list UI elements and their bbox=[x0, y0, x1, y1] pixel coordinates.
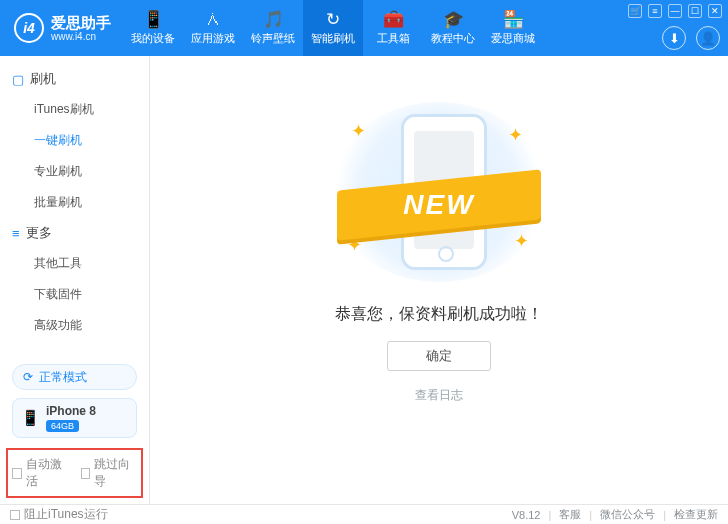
device-icon: 📱 bbox=[21, 409, 40, 427]
success-message: 恭喜您，保资料刷机成功啦！ bbox=[335, 304, 543, 325]
sparkle-icon: ✦ bbox=[508, 124, 523, 146]
nav-icon: 🎵 bbox=[263, 11, 284, 28]
nav-label: 智能刷机 bbox=[311, 31, 355, 46]
titlebar-btn-3[interactable]: ☐ bbox=[688, 4, 702, 18]
ribbon-text: NEW bbox=[337, 180, 541, 230]
titlebar-btn-4[interactable]: ✕ bbox=[708, 4, 722, 18]
nav-icon: 🧰 bbox=[383, 11, 404, 28]
titlebar-controls: 🛒≡—☐✕ bbox=[628, 4, 722, 18]
sidebar-item[interactable]: 批量刷机 bbox=[0, 187, 149, 218]
brand-url: www.i4.cn bbox=[51, 31, 111, 43]
nav-label: 教程中心 bbox=[431, 31, 475, 46]
version-label: V8.12 bbox=[512, 509, 541, 521]
nav-label: 工具箱 bbox=[377, 31, 410, 46]
nav-label: 爱思商城 bbox=[491, 31, 535, 46]
nav-icon: 🏪 bbox=[503, 11, 524, 28]
nav-item-1[interactable]: ⩑应用游戏 bbox=[183, 0, 243, 56]
nav-label: 应用游戏 bbox=[191, 31, 235, 46]
sidebar-group-label: 更多 bbox=[26, 224, 52, 242]
brand-title: 爱思助手 bbox=[51, 14, 111, 31]
sidebar-group-more[interactable]: ≡ 更多 bbox=[0, 218, 149, 248]
block-itunes-checkbox[interactable]: 阻止iTunes运行 bbox=[10, 506, 108, 523]
device-name: iPhone 8 bbox=[46, 404, 96, 418]
status-bar: 阻止iTunes运行 V8.12 | 客服 | 微信公众号 | 检查更新 bbox=[0, 504, 728, 524]
nav-label: 铃声壁纸 bbox=[251, 31, 295, 46]
sidebar-tree: ▢ 刷机 iTunes刷机一键刷机专业刷机批量刷机 ≡ 更多 其他工具下载固件高… bbox=[0, 56, 149, 364]
checkbox-label: 阻止iTunes运行 bbox=[24, 506, 108, 523]
app-header: i4 爱思助手 www.i4.cn 📱我的设备⩑应用游戏🎵铃声壁纸↻智能刷机🧰工… bbox=[0, 0, 728, 56]
sparkle-icon: ✦ bbox=[514, 230, 529, 252]
nav-item-2[interactable]: 🎵铃声壁纸 bbox=[243, 0, 303, 56]
sidebar-group-flash[interactable]: ▢ 刷机 bbox=[0, 64, 149, 94]
top-nav: 📱我的设备⩑应用游戏🎵铃声壁纸↻智能刷机🧰工具箱🎓教程中心🏪爱思商城 bbox=[123, 0, 543, 56]
nav-icon: 🎓 bbox=[443, 11, 464, 28]
titlebar-btn-1[interactable]: ≡ bbox=[648, 4, 662, 18]
auto-activate-checkbox[interactable]: 自动激活 bbox=[12, 456, 69, 490]
footer-link-update[interactable]: 检查更新 bbox=[674, 507, 718, 522]
confirm-button[interactable]: 确定 bbox=[387, 341, 491, 371]
checkbox-icon bbox=[10, 510, 20, 520]
nav-icon: ⩑ bbox=[205, 11, 222, 28]
titlebar-btn-0[interactable]: 🛒 bbox=[628, 4, 642, 18]
refresh-icon: ⟳ bbox=[23, 370, 33, 384]
checkbox-label: 跳过向导 bbox=[94, 456, 137, 490]
skip-guide-checkbox[interactable]: 跳过向导 bbox=[81, 456, 138, 490]
sidebar: ▢ 刷机 iTunes刷机一键刷机专业刷机批量刷机 ≡ 更多 其他工具下载固件高… bbox=[0, 56, 150, 504]
more-icon: ≡ bbox=[12, 226, 20, 241]
checkbox-icon bbox=[81, 468, 91, 479]
phone-flash-icon: ▢ bbox=[12, 72, 24, 87]
mode-button[interactable]: ⟳ 正常模式 bbox=[12, 364, 137, 390]
main-panel: ✦ ✦ ✦ ✦ NEW 恭喜您，保资料刷机成功啦！ 确定 查看日志 bbox=[150, 56, 728, 504]
checkbox-icon bbox=[12, 468, 22, 479]
bottom-option-row: 自动激活 跳过向导 bbox=[6, 448, 143, 498]
sidebar-item[interactable]: 其他工具 bbox=[0, 248, 149, 279]
footer-link-wechat[interactable]: 微信公众号 bbox=[600, 507, 655, 522]
nav-item-3[interactable]: ↻智能刷机 bbox=[303, 0, 363, 56]
sparkle-icon: ✦ bbox=[351, 120, 366, 142]
sidebar-item[interactable]: 专业刷机 bbox=[0, 156, 149, 187]
nav-icon: 📱 bbox=[143, 11, 164, 28]
checkbox-label: 自动激活 bbox=[26, 456, 69, 490]
header-action-circles: ⬇👤 bbox=[662, 26, 720, 50]
sidebar-item[interactable]: iTunes刷机 bbox=[0, 94, 149, 125]
sidebar-item[interactable]: 下载固件 bbox=[0, 279, 149, 310]
nav-item-0[interactable]: 📱我的设备 bbox=[123, 0, 183, 56]
footer-link-support[interactable]: 客服 bbox=[559, 507, 581, 522]
mode-label: 正常模式 bbox=[39, 369, 87, 386]
brand: i4 爱思助手 www.i4.cn bbox=[0, 0, 123, 56]
download-button[interactable]: ⬇ bbox=[662, 26, 686, 50]
success-illustration: ✦ ✦ ✦ ✦ NEW bbox=[329, 102, 549, 282]
titlebar-btn-2[interactable]: — bbox=[668, 4, 682, 18]
sidebar-item[interactable]: 高级功能 bbox=[0, 310, 149, 341]
account-button[interactable]: 👤 bbox=[696, 26, 720, 50]
sidebar-item[interactable]: 一键刷机 bbox=[0, 125, 149, 156]
view-log-link[interactable]: 查看日志 bbox=[415, 387, 463, 404]
device-card[interactable]: 📱 iPhone 8 64GB bbox=[12, 398, 137, 438]
nav-label: 我的设备 bbox=[131, 31, 175, 46]
nav-icon: ↻ bbox=[326, 11, 340, 28]
nav-item-4[interactable]: 🧰工具箱 bbox=[363, 0, 423, 56]
nav-item-5[interactable]: 🎓教程中心 bbox=[423, 0, 483, 56]
sidebar-group-label: 刷机 bbox=[30, 70, 56, 88]
brand-logo-icon: i4 bbox=[14, 13, 44, 43]
storage-badge: 64GB bbox=[46, 420, 79, 432]
nav-item-6[interactable]: 🏪爱思商城 bbox=[483, 0, 543, 56]
